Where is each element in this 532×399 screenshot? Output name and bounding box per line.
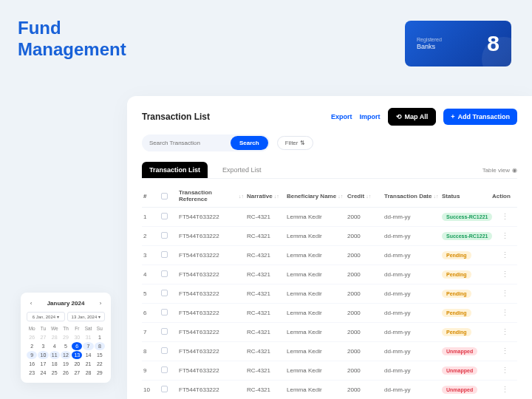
calendar-day[interactable]: 2 (27, 342, 37, 350)
calendar-day[interactable]: 13 (72, 351, 82, 359)
row-checkbox[interactable] (161, 213, 168, 219)
col-beneficiary[interactable]: Beneficiary Name↓↑ (287, 193, 344, 200)
row-checkbox[interactable] (161, 290, 168, 296)
calendar-day[interactable]: 22 (95, 360, 105, 368)
cell-credit: 2000 (347, 348, 381, 355)
tab-transaction-list[interactable]: Transaction List (142, 162, 208, 178)
row-actions-icon[interactable]: ⋮ (492, 385, 517, 395)
calendar-day[interactable]: 9 (27, 351, 37, 359)
status-badge: Unmapped (442, 366, 477, 375)
export-button[interactable]: Export (331, 113, 352, 120)
col-credit[interactable]: Credit↓↑ (347, 193, 381, 200)
calendar-day[interactable]: 6 (72, 342, 82, 350)
calendar-day[interactable]: 21 (83, 360, 93, 368)
calendar-day[interactable]: 3 (38, 342, 48, 350)
cell-beneficiary: Lemma Kedir (287, 271, 344, 278)
calendar-day[interactable]: 30 (72, 333, 82, 341)
col-narrative[interactable]: Narrative↓↑ (247, 193, 284, 200)
cell-date: dd-mm-yy (384, 233, 439, 239)
status-badge: Success-RC1221 (442, 213, 492, 221)
row-checkbox[interactable] (161, 270, 168, 277)
calendar-day[interactable]: 19 (61, 360, 71, 368)
calendar-day[interactable]: 10 (38, 351, 48, 359)
calendar-day[interactable]: 17 (38, 360, 48, 368)
row-actions-icon[interactable]: ⋮ (492, 327, 517, 337)
calendar-day[interactable]: 14 (83, 351, 93, 359)
table-view-toggle[interactable]: Table view ◉ (482, 167, 517, 174)
calendar-day[interactable]: 20 (72, 360, 82, 368)
add-transaction-button[interactable]: +Add Transaction (443, 109, 517, 125)
calendar-prev-icon[interactable]: ‹ (27, 299, 35, 307)
search-button[interactable]: Search (231, 136, 268, 150)
page-title: Fund Management (18, 18, 126, 61)
calendar-day[interactable]: 11 (50, 351, 60, 359)
tab-exported-list[interactable]: Exported List (215, 162, 269, 178)
row-actions-icon[interactable]: ⋮ (492, 347, 517, 356)
calendar-day[interactable]: 16 (27, 360, 37, 368)
calendar-day[interactable]: 27 (72, 369, 82, 377)
row-checkbox[interactable] (161, 386, 168, 392)
cell-reference: FT544T633222 (179, 290, 244, 297)
calendar-day[interactable]: 31 (83, 333, 93, 341)
row-checkbox[interactable] (161, 328, 168, 335)
row-actions-icon[interactable]: ⋮ (492, 270, 517, 279)
row-actions-icon[interactable]: ⋮ (492, 212, 517, 222)
calendar-day[interactable]: 28 (83, 369, 93, 377)
calendar-day[interactable]: 15 (95, 351, 105, 359)
calendar-day[interactable]: 7 (83, 342, 93, 350)
cell-date: dd-mm-yy (384, 290, 439, 297)
table-header: # Transaction Reference↓↑ Narrative↓↑ Be… (142, 185, 517, 208)
calendar-day[interactable]: 26 (61, 369, 71, 377)
search-input[interactable] (149, 140, 231, 146)
row-checkbox[interactable] (161, 366, 168, 373)
calendar-day[interactable]: 29 (95, 369, 105, 377)
calendar-day[interactable]: 27 (38, 333, 48, 341)
row-actions-icon[interactable]: ⋮ (492, 308, 517, 318)
cell-narrative: RC-4321 (247, 310, 284, 316)
calendar-day[interactable]: 5 (61, 342, 71, 350)
calendar-next-icon[interactable]: › (96, 299, 105, 307)
calendar-day[interactable]: 23 (27, 369, 37, 377)
calendar-dow: Th (61, 326, 71, 331)
calendar-day[interactable]: 1 (95, 333, 105, 341)
select-all-checkbox[interactable] (161, 193, 168, 200)
cell-reference: FT544T633222 (179, 214, 244, 220)
row-actions-icon[interactable]: ⋮ (492, 289, 517, 299)
range-from[interactable]: 6 Jan, 2024 ▾ (27, 312, 65, 321)
row-actions-icon[interactable]: ⋮ (492, 366, 517, 375)
banks-count: 8 (487, 31, 499, 56)
row-actions-icon[interactable]: ⋮ (492, 250, 517, 260)
col-date[interactable]: Transaction Date↓↑ (384, 193, 439, 200)
calendar-day[interactable]: 24 (38, 369, 48, 377)
map-all-button[interactable]: ⟲Map All (388, 108, 437, 126)
row-checkbox[interactable] (161, 309, 168, 316)
calendar-day[interactable]: 12 (61, 351, 71, 359)
row-actions-icon[interactable]: ⋮ (492, 231, 517, 241)
row-checkbox[interactable] (161, 347, 168, 354)
calendar-day[interactable]: 25 (50, 369, 60, 377)
calendar-day[interactable]: 18 (50, 360, 60, 368)
import-button[interactable]: Import (360, 113, 381, 120)
col-action: Action (492, 193, 517, 200)
cell-reference: FT544T633222 (179, 252, 244, 259)
calendar-day[interactable]: 8 (95, 342, 105, 350)
cell-date: dd-mm-yy (384, 329, 439, 335)
cell-narrative: RC-4321 (247, 386, 284, 393)
banks-summary-card[interactable]: Registered Banks 8 (405, 21, 511, 66)
row-checkbox[interactable] (161, 251, 168, 258)
row-checkbox[interactable] (161, 232, 168, 239)
calendar-day[interactable]: 29 (61, 333, 71, 341)
calendar-day[interactable]: 4 (50, 342, 60, 350)
cell-credit: 2000 (347, 252, 381, 259)
cell-reference: FT544T633222 (179, 329, 244, 335)
cell-credit: 2000 (347, 367, 381, 374)
cell-date: dd-mm-yy (384, 310, 439, 316)
table-row: 5FT544T633222RC-4321Lemma Kedir2000dd-mm… (142, 284, 517, 304)
cell-reference: FT544T633222 (179, 310, 244, 316)
calendar-day[interactable]: 28 (50, 333, 60, 341)
col-reference[interactable]: Transaction Reference↓↑ (179, 189, 244, 202)
filter-button[interactable]: Filter ⇅ (277, 136, 313, 150)
cell-narrative: RC-4321 (247, 271, 284, 278)
range-to[interactable]: 13 Jan, 2024 ▾ (67, 312, 106, 321)
calendar-day[interactable]: 26 (27, 333, 37, 341)
